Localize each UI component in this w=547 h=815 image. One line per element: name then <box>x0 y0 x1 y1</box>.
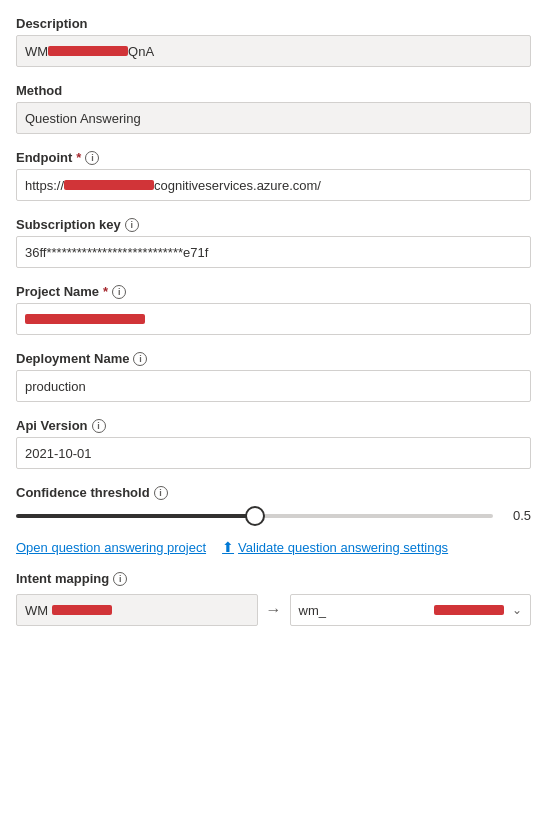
intent-target-redacted <box>434 605 504 615</box>
intent-mapping-group: Intent mapping i WM → wm_ ⌄ <box>16 571 531 626</box>
deployment-name-input[interactable] <box>16 370 531 402</box>
confidence-threshold-value: 0.5 <box>503 508 531 523</box>
endpoint-group: Endpoint * i https:// cognitiveservices.… <box>16 150 531 201</box>
confidence-threshold-label: Confidence threshold i <box>16 485 531 500</box>
endpoint-label: Endpoint * i <box>16 150 531 165</box>
subscription-key-label: Subscription key i <box>16 217 531 232</box>
confidence-threshold-info-icon[interactable]: i <box>154 486 168 500</box>
description-redacted <box>48 46 128 56</box>
api-version-input[interactable] <box>16 437 531 469</box>
links-row: Open question answering project ⬆ Valida… <box>16 539 531 555</box>
method-input: Question Answering <box>16 102 531 134</box>
confidence-threshold-slider-row: 0.5 <box>16 508 531 523</box>
arrow-right-icon: → <box>266 601 282 619</box>
subscription-key-group: Subscription key i <box>16 217 531 268</box>
intent-mapping-row: WM → wm_ ⌄ <box>16 594 531 626</box>
deployment-name-group: Deployment Name i <box>16 351 531 402</box>
deployment-name-info-icon[interactable]: i <box>133 352 147 366</box>
project-name-group: Project Name * i <box>16 284 531 335</box>
endpoint-input[interactable]: https:// cognitiveservices.azure.com/ <box>16 169 531 201</box>
project-name-redacted <box>25 314 145 324</box>
intent-mapping-info-icon[interactable]: i <box>113 572 127 586</box>
project-name-info-icon[interactable]: i <box>112 285 126 299</box>
api-version-label: Api Version i <box>16 418 531 433</box>
api-version-info-icon[interactable]: i <box>92 419 106 433</box>
open-project-link[interactable]: Open question answering project <box>16 540 206 555</box>
method-group: Method Question Answering <box>16 83 531 134</box>
confidence-threshold-group: Confidence threshold i 0.5 <box>16 485 531 523</box>
endpoint-redacted <box>64 180 154 190</box>
intent-target-dropdown[interactable]: wm_ ⌄ <box>290 594 532 626</box>
confidence-threshold-slider[interactable] <box>16 514 493 518</box>
intent-source-input[interactable]: WM <box>16 594 258 626</box>
method-label: Method <box>16 83 531 98</box>
cloud-upload-icon: ⬆ <box>222 539 234 555</box>
subscription-key-input[interactable] <box>16 236 531 268</box>
intent-mapping-label: Intent mapping i <box>16 571 531 586</box>
description-input[interactable]: WM QnA <box>16 35 531 67</box>
validate-link[interactable]: ⬆ Validate question answering settings <box>222 539 448 555</box>
intent-source-redacted <box>52 605 112 615</box>
project-name-input[interactable] <box>16 303 531 335</box>
chevron-down-icon: ⌄ <box>512 603 522 617</box>
endpoint-info-icon[interactable]: i <box>85 151 99 165</box>
description-label: Description <box>16 16 531 31</box>
description-group: Description WM QnA <box>16 16 531 67</box>
api-version-group: Api Version i <box>16 418 531 469</box>
project-name-label: Project Name * i <box>16 284 531 299</box>
deployment-name-label: Deployment Name i <box>16 351 531 366</box>
subscription-key-info-icon[interactable]: i <box>125 218 139 232</box>
